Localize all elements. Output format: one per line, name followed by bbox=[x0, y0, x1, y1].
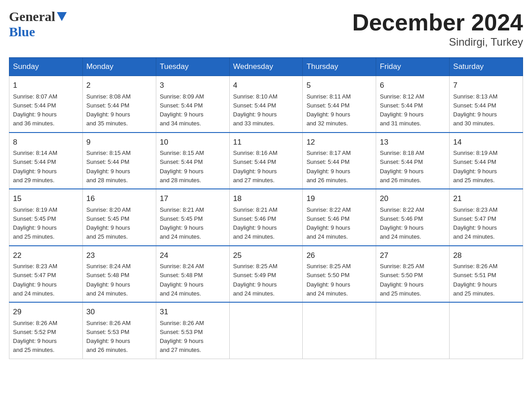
day-number: 1 bbox=[13, 80, 79, 91]
day-number: 4 bbox=[233, 80, 299, 91]
day-info: Sunrise: 8:15 AMSunset: 5:44 PMDaylight:… bbox=[160, 150, 204, 184]
day-info: Sunrise: 8:24 AMSunset: 5:48 PMDaylight:… bbox=[160, 263, 204, 297]
day-info: Sunrise: 8:14 AMSunset: 5:44 PMDaylight:… bbox=[13, 150, 57, 184]
table-row bbox=[376, 302, 450, 359]
day-number: 11 bbox=[233, 137, 299, 148]
table-row: 16 Sunrise: 8:20 AMSunset: 5:45 PMDaylig… bbox=[82, 189, 156, 246]
weekday-header-row: Sunday Monday Tuesday Wednesday Thursday… bbox=[9, 58, 523, 76]
table-row: 14 Sunrise: 8:19 AMSunset: 5:44 PMDaylig… bbox=[450, 133, 523, 189]
day-number: 30 bbox=[86, 306, 152, 318]
table-row bbox=[450, 302, 523, 359]
logo-general-text: General bbox=[9, 9, 55, 24]
header: General Blue December 2024 Sindirgi, Tur… bbox=[9, 9, 523, 48]
day-number: 24 bbox=[160, 250, 226, 261]
table-row: 26 Sunrise: 8:25 AMSunset: 5:50 PMDaylig… bbox=[303, 246, 376, 303]
calendar-week-row: 15 Sunrise: 8:19 AMSunset: 5:45 PMDaylig… bbox=[9, 189, 523, 246]
table-row: 28 Sunrise: 8:26 AMSunset: 5:51 PMDaylig… bbox=[450, 246, 523, 303]
table-row: 29 Sunrise: 8:26 AMSunset: 5:52 PMDaylig… bbox=[9, 302, 83, 359]
table-row: 11 Sunrise: 8:16 AMSunset: 5:44 PMDaylig… bbox=[229, 133, 303, 189]
calendar-week-row: 1 Sunrise: 8:07 AMSunset: 5:44 PMDayligh… bbox=[9, 76, 523, 133]
day-number: 29 bbox=[13, 306, 79, 318]
day-info: Sunrise: 8:19 AMSunset: 5:45 PMDaylight:… bbox=[13, 206, 57, 240]
day-info: Sunrise: 8:08 AMSunset: 5:44 PMDaylight:… bbox=[86, 93, 131, 127]
day-number: 27 bbox=[380, 250, 446, 261]
day-number: 7 bbox=[453, 80, 519, 91]
day-number: 23 bbox=[86, 250, 152, 261]
calendar-week-row: 29 Sunrise: 8:26 AMSunset: 5:52 PMDaylig… bbox=[9, 302, 523, 359]
table-row: 15 Sunrise: 8:19 AMSunset: 5:45 PMDaylig… bbox=[9, 189, 83, 246]
day-info: Sunrise: 8:26 AMSunset: 5:51 PMDaylight:… bbox=[453, 263, 498, 297]
day-number: 16 bbox=[86, 193, 152, 205]
day-number: 19 bbox=[306, 193, 372, 205]
header-monday: Monday bbox=[82, 58, 156, 76]
table-row: 8 Sunrise: 8:14 AMSunset: 5:44 PMDayligh… bbox=[9, 133, 83, 189]
table-row: 30 Sunrise: 8:26 AMSunset: 5:53 PMDaylig… bbox=[82, 302, 156, 359]
day-number: 25 bbox=[233, 250, 299, 261]
day-info: Sunrise: 8:12 AMSunset: 5:44 PMDaylight:… bbox=[380, 93, 424, 127]
table-row: 20 Sunrise: 8:22 AMSunset: 5:46 PMDaylig… bbox=[376, 189, 450, 246]
day-info: Sunrise: 8:21 AMSunset: 5:46 PMDaylight:… bbox=[233, 206, 278, 240]
day-info: Sunrise: 8:17 AMSunset: 5:44 PMDaylight:… bbox=[306, 150, 351, 184]
header-saturday: Saturday bbox=[450, 58, 523, 76]
table-row: 13 Sunrise: 8:18 AMSunset: 5:44 PMDaylig… bbox=[376, 133, 450, 189]
logo-arrow-icon bbox=[57, 12, 67, 23]
day-info: Sunrise: 8:20 AMSunset: 5:45 PMDaylight:… bbox=[86, 206, 131, 240]
day-info: Sunrise: 8:25 AMSunset: 5:49 PMDaylight:… bbox=[233, 263, 278, 297]
day-info: Sunrise: 8:22 AMSunset: 5:46 PMDaylight:… bbox=[380, 206, 424, 240]
day-info: Sunrise: 8:25 AMSunset: 5:50 PMDaylight:… bbox=[380, 263, 424, 297]
table-row: 9 Sunrise: 8:15 AMSunset: 5:44 PMDayligh… bbox=[82, 133, 156, 189]
table-row: 23 Sunrise: 8:24 AMSunset: 5:48 PMDaylig… bbox=[82, 246, 156, 303]
table-row: 18 Sunrise: 8:21 AMSunset: 5:46 PMDaylig… bbox=[229, 189, 303, 246]
table-row: 10 Sunrise: 8:15 AMSunset: 5:44 PMDaylig… bbox=[156, 133, 229, 189]
svg-marker-0 bbox=[57, 12, 67, 21]
table-row: 7 Sunrise: 8:13 AMSunset: 5:44 PMDayligh… bbox=[450, 76, 523, 133]
day-info: Sunrise: 8:09 AMSunset: 5:44 PMDaylight:… bbox=[160, 93, 204, 127]
day-number: 3 bbox=[160, 80, 226, 91]
logo-blue-text: Blue bbox=[9, 24, 35, 39]
table-row: 27 Sunrise: 8:25 AMSunset: 5:50 PMDaylig… bbox=[376, 246, 450, 303]
day-number: 5 bbox=[306, 80, 372, 91]
day-info: Sunrise: 8:18 AMSunset: 5:44 PMDaylight:… bbox=[380, 150, 424, 184]
location-title: Sindirgi, Turkey bbox=[352, 36, 523, 48]
day-info: Sunrise: 8:19 AMSunset: 5:44 PMDaylight:… bbox=[453, 150, 498, 184]
table-row: 17 Sunrise: 8:21 AMSunset: 5:45 PMDaylig… bbox=[156, 189, 229, 246]
day-info: Sunrise: 8:15 AMSunset: 5:44 PMDaylight:… bbox=[86, 150, 131, 184]
logo: General Blue bbox=[9, 9, 67, 39]
day-number: 17 bbox=[160, 193, 226, 205]
table-row bbox=[229, 302, 303, 359]
day-info: Sunrise: 8:21 AMSunset: 5:45 PMDaylight:… bbox=[160, 206, 204, 240]
day-info: Sunrise: 8:26 AMSunset: 5:52 PMDaylight:… bbox=[13, 320, 57, 354]
day-number: 10 bbox=[160, 137, 226, 148]
title-area: December 2024 Sindirgi, Turkey bbox=[352, 9, 523, 48]
day-info: Sunrise: 8:07 AMSunset: 5:44 PMDaylight:… bbox=[13, 93, 57, 127]
day-number: 28 bbox=[453, 250, 519, 261]
table-row: 5 Sunrise: 8:11 AMSunset: 5:44 PMDayligh… bbox=[303, 76, 376, 133]
table-row: 3 Sunrise: 8:09 AMSunset: 5:44 PMDayligh… bbox=[156, 76, 229, 133]
header-tuesday: Tuesday bbox=[156, 58, 229, 76]
table-row: 25 Sunrise: 8:25 AMSunset: 5:49 PMDaylig… bbox=[229, 246, 303, 303]
day-number: 13 bbox=[380, 137, 446, 148]
table-row bbox=[303, 302, 376, 359]
header-friday: Friday bbox=[376, 58, 450, 76]
day-number: 26 bbox=[306, 250, 372, 261]
day-number: 15 bbox=[13, 193, 79, 205]
day-number: 31 bbox=[160, 306, 226, 318]
calendar-week-row: 22 Sunrise: 8:23 AMSunset: 5:47 PMDaylig… bbox=[9, 246, 523, 303]
day-info: Sunrise: 8:23 AMSunset: 5:47 PMDaylight:… bbox=[13, 263, 57, 297]
day-info: Sunrise: 8:10 AMSunset: 5:44 PMDaylight:… bbox=[233, 93, 278, 127]
day-number: 20 bbox=[380, 193, 446, 205]
day-number: 18 bbox=[233, 193, 299, 205]
day-info: Sunrise: 8:26 AMSunset: 5:53 PMDaylight:… bbox=[86, 320, 131, 354]
day-info: Sunrise: 8:26 AMSunset: 5:53 PMDaylight:… bbox=[160, 320, 204, 354]
month-title: December 2024 bbox=[352, 9, 523, 36]
table-row: 2 Sunrise: 8:08 AMSunset: 5:44 PMDayligh… bbox=[82, 76, 156, 133]
day-info: Sunrise: 8:23 AMSunset: 5:47 PMDaylight:… bbox=[453, 206, 498, 240]
day-number: 12 bbox=[306, 137, 372, 148]
header-thursday: Thursday bbox=[303, 58, 376, 76]
day-info: Sunrise: 8:13 AMSunset: 5:44 PMDaylight:… bbox=[453, 93, 498, 127]
table-row: 22 Sunrise: 8:23 AMSunset: 5:47 PMDaylig… bbox=[9, 246, 83, 303]
table-row: 19 Sunrise: 8:22 AMSunset: 5:46 PMDaylig… bbox=[303, 189, 376, 246]
day-number: 6 bbox=[380, 80, 446, 91]
day-number: 9 bbox=[86, 137, 152, 148]
day-number: 8 bbox=[13, 137, 79, 148]
